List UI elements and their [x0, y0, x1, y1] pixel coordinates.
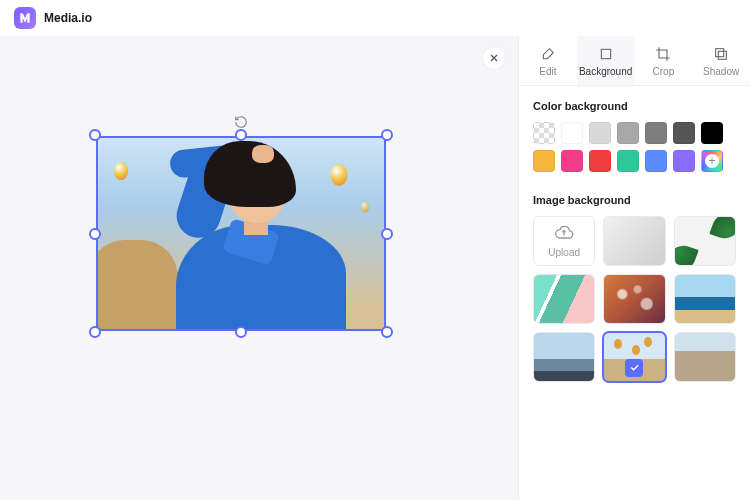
- check-icon: [625, 359, 643, 377]
- section-title-color: Color background: [519, 86, 750, 122]
- color-swatch-transparent[interactable]: [533, 122, 555, 144]
- background-tile-balloons[interactable]: [603, 332, 665, 382]
- sidebar-panel: Edit Background Crop Shadow Color backgr…: [518, 36, 750, 500]
- background-tile-stripes[interactable]: [533, 274, 595, 324]
- app-header: Media.io: [0, 0, 750, 36]
- tab-label: Crop: [653, 66, 675, 77]
- rotate-handle-icon[interactable]: [233, 114, 249, 130]
- resize-handle-nw[interactable]: [89, 129, 101, 141]
- svg-rect-1: [716, 49, 724, 57]
- square-icon: [577, 46, 635, 62]
- svg-rect-2: [718, 51, 726, 59]
- image-frame[interactable]: [96, 136, 386, 331]
- close-button[interactable]: [482, 46, 506, 70]
- color-swatch[interactable]: [589, 150, 611, 172]
- upload-background-tile[interactable]: Upload: [533, 216, 595, 266]
- color-swatch[interactable]: [701, 122, 723, 144]
- background-tile-bokeh[interactable]: [603, 274, 665, 324]
- resize-handle-se[interactable]: [381, 326, 393, 338]
- selected-image[interactable]: [96, 136, 386, 331]
- tab-background[interactable]: Background: [577, 36, 635, 85]
- resize-handle-w[interactable]: [89, 228, 101, 240]
- section-title-image: Image background: [519, 180, 750, 216]
- upload-icon: [554, 223, 574, 243]
- crop-icon: [635, 46, 693, 62]
- sidebar-tabs: Edit Background Crop Shadow: [519, 36, 750, 86]
- logo-icon: [14, 7, 36, 29]
- svg-rect-0: [601, 49, 610, 58]
- resize-handle-e[interactable]: [381, 228, 393, 240]
- tab-label: Shadow: [703, 66, 739, 77]
- color-swatch[interactable]: [673, 150, 695, 172]
- tab-crop[interactable]: Crop: [635, 36, 693, 85]
- resize-handle-n[interactable]: [235, 129, 247, 141]
- color-swatch[interactable]: [589, 122, 611, 144]
- upload-label: Upload: [548, 247, 580, 258]
- resize-handle-s[interactable]: [235, 326, 247, 338]
- add-color-button[interactable]: +: [701, 150, 723, 172]
- resize-handle-ne[interactable]: [381, 129, 393, 141]
- background-tile-grey[interactable]: [603, 216, 665, 266]
- color-swatch-row: +: [519, 122, 750, 180]
- tab-edit[interactable]: Edit: [519, 36, 577, 85]
- resize-handle-sw[interactable]: [89, 326, 101, 338]
- image-background-grid: Upload: [519, 216, 750, 396]
- tab-shadow[interactable]: Shadow: [692, 36, 750, 85]
- brand-name: Media.io: [44, 11, 92, 25]
- background-tile-mtn[interactable]: [533, 332, 595, 382]
- shadow-icon: [692, 46, 750, 62]
- background-tile-sea[interactable]: [674, 274, 736, 324]
- tab-label: Edit: [539, 66, 556, 77]
- color-swatch[interactable]: [533, 150, 555, 172]
- color-swatch[interactable]: [673, 122, 695, 144]
- color-swatch[interactable]: [561, 122, 583, 144]
- color-swatch[interactable]: [645, 122, 667, 144]
- color-swatch[interactable]: [561, 150, 583, 172]
- background-tile-leaf[interactable]: [674, 216, 736, 266]
- color-swatch[interactable]: [617, 122, 639, 144]
- canvas-area: [0, 36, 518, 500]
- brush-icon: [519, 46, 577, 62]
- tab-label: Background: [579, 66, 632, 77]
- color-swatch[interactable]: [645, 150, 667, 172]
- background-tile-street[interactable]: [674, 332, 736, 382]
- color-swatch[interactable]: [617, 150, 639, 172]
